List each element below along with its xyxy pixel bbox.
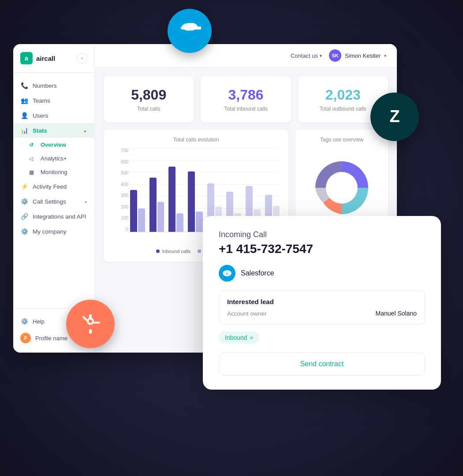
incoming-call-panel: Incoming Call +1 415-732-7547 sf Salesfo… xyxy=(203,216,441,390)
legend-inbound: Inbound calls xyxy=(156,249,191,254)
total-inbound-value: 3,786 xyxy=(209,87,282,103)
bar-group-3 xyxy=(168,148,183,232)
y-label-0: 0 xyxy=(112,227,128,232)
sidebar-sub-monitoring[interactable]: ▦ Monitoring xyxy=(13,165,94,179)
crm-row: sf Salesforce xyxy=(219,265,425,282)
activity-icon: ⚡ xyxy=(20,183,28,190)
profile-avatar: P xyxy=(20,333,31,343)
monitoring-icon: ▦ xyxy=(29,169,36,175)
sidebar-item-company-label: My company xyxy=(33,228,67,235)
total-calls-label: Total calls xyxy=(112,106,185,112)
account-owner-value: Manuel Solano xyxy=(376,310,417,317)
top-bar: Contact us ▾ SK Simon Kestler ▾ xyxy=(95,44,397,67)
sidebar-item-users[interactable]: 👤 Users xyxy=(13,108,94,123)
account-owner-row: Account owner Manuel Solano xyxy=(227,310,417,317)
total-calls-card: 5,809 Total calls xyxy=(104,76,194,123)
contact-us-chevron-icon: ▾ xyxy=(320,53,322,58)
sidebar-sub-overview[interactable]: ↺ Overview xyxy=(13,138,94,152)
svg-point-9 xyxy=(326,172,358,204)
pie-chart xyxy=(304,148,379,227)
sidebar-item-my-company[interactable]: ⚙️ My company xyxy=(13,224,94,239)
user-avatar: SK xyxy=(329,49,341,62)
bar-dark-4 xyxy=(188,171,195,232)
sidebar-item-profile-label: Profile name xyxy=(35,335,67,342)
help-icon: ⚙️ xyxy=(20,318,28,325)
sidebar-item-numbers-label: Numbers xyxy=(33,82,57,89)
tag-row: Inbound × xyxy=(219,331,425,344)
lead-info-card: Interested lead Account owner Manuel Sol… xyxy=(219,290,425,324)
zendesk-logo-circle: Z xyxy=(370,93,419,141)
back-button[interactable]: ‹ xyxy=(77,53,87,63)
y-axis: 700 600 500 400 300 200 100 0 xyxy=(112,148,128,232)
bar-dark-2 xyxy=(149,178,157,232)
bar-dark-3 xyxy=(168,167,175,232)
bar-group-4 xyxy=(188,148,203,232)
analytics-icon: ◁ xyxy=(29,156,36,162)
sidebar-sub-analytics[interactable]: ◁ Analytics+ xyxy=(13,152,94,165)
sidebar-item-integrations[interactable]: 🔗 Integrations and API xyxy=(13,209,94,224)
incoming-call-title: Incoming Call xyxy=(219,230,425,239)
svg-line-6 xyxy=(83,317,86,320)
svg-text:sf: sf xyxy=(226,272,228,275)
user-chevron-icon: ▾ xyxy=(384,53,386,58)
sidebar-item-help-label: Help xyxy=(33,318,45,325)
sidebar-item-stats[interactable]: 📊 Stats ▲ xyxy=(13,123,94,138)
call-settings-icon: ⚙️ xyxy=(20,198,28,205)
bar-light-2 xyxy=(157,202,164,232)
sidebar-sub-monitoring-label: Monitoring xyxy=(41,169,67,175)
sidebar-item-users-label: Users xyxy=(33,112,48,119)
users-icon: 👤 xyxy=(20,112,28,119)
y-label-100: 100 xyxy=(112,216,128,220)
y-label-600: 600 xyxy=(112,160,128,164)
lead-title: Interested lead xyxy=(227,298,417,305)
sidebar-item-call-settings[interactable]: ⚙️ Call Settings ▸ xyxy=(13,194,94,209)
contact-us-label: Contact us xyxy=(291,52,318,59)
inbound-tag[interactable]: Inbound × xyxy=(219,331,259,344)
svg-point-8 xyxy=(89,320,92,323)
tag-close-icon[interactable]: × xyxy=(250,335,254,341)
y-label-500: 500 xyxy=(112,171,128,175)
incoming-call-phone: +1 415-732-7547 xyxy=(219,242,425,256)
pie-chart-title: Tags use overview xyxy=(304,137,379,143)
tag-label: Inbound xyxy=(225,334,247,341)
sidebar-item-teams-label: Teams xyxy=(33,97,50,104)
svg-rect-5 xyxy=(89,329,92,334)
bar-dark-1 xyxy=(130,190,137,232)
bar-group-2 xyxy=(149,148,164,232)
bar-group-1 xyxy=(130,148,145,232)
total-inbound-card: 3,786 Total inbound calls xyxy=(201,76,291,123)
total-outbound-label: Total outbound calls xyxy=(307,106,379,112)
sidebar-item-integrations-label: Integrations and API xyxy=(33,213,86,220)
y-label-300: 300 xyxy=(112,193,128,198)
phone-icon: 📞 xyxy=(20,82,28,89)
stats-cards: 5,809 Total calls 3,786 Total inbound ca… xyxy=(104,76,388,123)
user-menu[interactable]: SK Simon Kestler ▾ xyxy=(329,49,386,62)
bar-light-4 xyxy=(196,212,203,232)
sidebar-item-stats-label: Stats xyxy=(33,127,47,134)
svg-text:Z: Z xyxy=(389,107,400,126)
bar-light-1 xyxy=(138,208,145,232)
sidebar-item-activity-label: Activity Feed xyxy=(33,183,67,190)
sidebar-item-teams[interactable]: 👥 Teams xyxy=(13,93,94,108)
total-inbound-label: Total inbound calls xyxy=(209,106,282,112)
sidebar-sub-overview-label: Overview xyxy=(41,141,66,148)
legend-outbound-dot xyxy=(198,249,201,253)
y-label-400: 400 xyxy=(112,182,128,187)
integrations-icon: 🔗 xyxy=(20,213,28,220)
crm-icon: sf xyxy=(219,265,235,282)
svg-rect-4 xyxy=(89,314,92,319)
y-label-700: 700 xyxy=(112,148,128,153)
account-owner-key: Account owner xyxy=(227,310,266,317)
sidebar-item-numbers[interactable]: 📞 Numbers xyxy=(13,78,94,93)
bar-chart-title: Total calls evolution xyxy=(112,137,280,143)
sidebar-item-activity-feed[interactable]: ⚡ Activity Feed xyxy=(13,179,94,194)
salesforce-logo-circle: salesforce xyxy=(168,9,212,53)
send-contract-button[interactable]: Send contract xyxy=(219,353,425,376)
contact-us-button[interactable]: Contact us ▾ xyxy=(291,52,322,59)
company-icon: ⚙️ xyxy=(20,228,28,235)
bar-light-3 xyxy=(176,213,183,232)
legend-inbound-dot xyxy=(156,249,160,253)
y-label-200: 200 xyxy=(112,205,128,209)
sidebar-navigation: 📞 Numbers 👥 Teams 👤 Users 📊 Stats ▲ ↺ Ov… xyxy=(13,73,94,308)
aircall-brand-name: aircall xyxy=(36,55,55,62)
